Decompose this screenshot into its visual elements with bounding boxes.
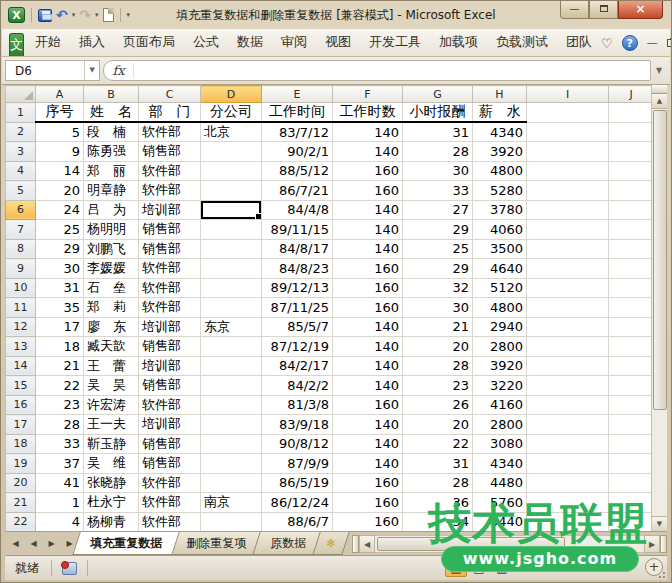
cell-C5[interactable]: 软件部 — [139, 181, 201, 201]
cell-C6[interactable]: 培训部 — [139, 200, 201, 220]
scroll-down-icon[interactable]: ▼ — [652, 516, 667, 531]
cell-H4[interactable]: 4800 — [473, 161, 527, 181]
cell-B8[interactable]: 刘鹏飞 — [84, 239, 139, 259]
column-header-J[interactable]: J — [609, 86, 654, 103]
ribbon-tab[interactable]: 插入 — [70, 29, 114, 56]
cell-C13[interactable]: 销售部 — [139, 337, 201, 357]
column-header-A[interactable]: A — [36, 86, 84, 103]
grid-cell[interactable] — [609, 434, 654, 454]
cell-G11[interactable]: 30 — [403, 298, 473, 318]
cell-E8[interactable]: 84/8/17 — [262, 239, 333, 259]
cell-D5[interactable] — [201, 181, 262, 201]
vertical-scrollbar[interactable]: ▲ ▼ — [651, 85, 667, 531]
cell-D8[interactable] — [201, 239, 262, 259]
cell-A15[interactable]: 22 — [36, 376, 84, 396]
scroll-right-icon[interactable]: ▶ — [644, 535, 660, 553]
cell-F9[interactable]: 160 — [333, 259, 403, 279]
cell-C12[interactable]: 培训部 — [139, 317, 201, 337]
grid-cell[interactable] — [609, 181, 654, 201]
cell-H10[interactable]: 5120 — [473, 278, 527, 298]
cell-C22[interactable]: 软件部 — [139, 512, 201, 531]
cell-A10[interactable]: 31 — [36, 278, 84, 298]
cell-C10[interactable]: 软件部 — [139, 278, 201, 298]
cell-H6[interactable]: 3780 — [473, 200, 527, 220]
row-header-7[interactable]: 7 — [6, 220, 36, 240]
cell-D3[interactable] — [201, 142, 262, 162]
cell-D18[interactable] — [201, 434, 262, 454]
grid-cell[interactable] — [527, 298, 609, 318]
minimize-button[interactable]: — — [560, 1, 589, 19]
row-header-8[interactable]: 8 — [6, 239, 36, 259]
cell-H21[interactable]: 5760 — [473, 493, 527, 513]
grid-cell[interactable] — [609, 356, 654, 376]
cell-A16[interactable]: 23 — [36, 395, 84, 415]
grid-cell[interactable] — [609, 259, 654, 279]
cell-E15[interactable]: 84/2/2 — [262, 376, 333, 396]
row-header-2[interactable]: 2 — [6, 122, 36, 142]
grid-cell[interactable] — [609, 512, 654, 531]
cell-A2[interactable]: 5 — [36, 122, 84, 142]
cell-G14[interactable]: 28 — [403, 356, 473, 376]
grid-cell[interactable] — [527, 103, 609, 123]
cell-B14[interactable]: 王 蕾 — [84, 356, 139, 376]
row-header-18[interactable]: 18 — [6, 434, 36, 454]
row-header-5[interactable]: 5 — [6, 181, 36, 201]
cell-G18[interactable]: 22 — [403, 434, 473, 454]
cell-G17[interactable]: 20 — [403, 415, 473, 435]
cell-F12[interactable]: 140 — [333, 317, 403, 337]
ribbon-tab[interactable]: 团队 — [557, 29, 601, 56]
cell-D21[interactable]: 南京 — [201, 493, 262, 513]
cell-D12[interactable]: 东京 — [201, 317, 262, 337]
cell-G4[interactable]: 30 — [403, 161, 473, 181]
grid-cell[interactable] — [527, 122, 609, 142]
normal-view-icon[interactable]: ▦ — [445, 559, 467, 577]
first-sheet-icon[interactable]: ◀ — [7, 535, 24, 553]
cell-C17[interactable]: 培训部 — [139, 415, 201, 435]
insert-function-icon[interactable]: fx — [104, 63, 134, 78]
tab-split-handle[interactable] — [352, 535, 359, 553]
ribbon-tab[interactable]: 开始 — [26, 29, 70, 56]
cell-H18[interactable]: 3080 — [473, 434, 527, 454]
ribbon-tab[interactable]: 视图 — [316, 29, 360, 56]
cell-F14[interactable]: 140 — [333, 356, 403, 376]
cell-G6[interactable]: 27 — [403, 200, 473, 220]
cell-A6[interactable]: 24 — [36, 200, 84, 220]
cell-H8[interactable]: 3500 — [473, 239, 527, 259]
cell-B7[interactable]: 杨明明 — [84, 220, 139, 240]
grid-cell[interactable] — [609, 376, 654, 396]
cell-C7[interactable]: 销售部 — [139, 220, 201, 240]
grid-cell[interactable] — [527, 395, 609, 415]
cell-B10[interactable]: 石 垒 — [84, 278, 139, 298]
cell-B11[interactable]: 郑 莉 — [84, 298, 139, 318]
grid-cell[interactable] — [527, 415, 609, 435]
grid-cell[interactable] — [527, 454, 609, 474]
workbook-minimize-icon[interactable]: — — [647, 37, 658, 49]
cell-B2[interactable]: 段 楠 — [84, 122, 139, 142]
grid-cell[interactable] — [609, 142, 654, 162]
header-cell-A1[interactable]: 序号 — [36, 103, 84, 123]
cell-G2[interactable]: 31 — [403, 122, 473, 142]
cell-A11[interactable]: 35 — [36, 298, 84, 318]
cell-F17[interactable]: 140 — [333, 415, 403, 435]
grid-cell[interactable] — [527, 142, 609, 162]
cell-E21[interactable]: 86/12/24 — [262, 493, 333, 513]
horizontal-scroll-track[interactable] — [375, 535, 644, 553]
cell-G21[interactable]: 36 — [403, 493, 473, 513]
row-header-9[interactable]: 9 — [6, 259, 36, 279]
cell-E22[interactable]: 88/6/7 — [262, 512, 333, 531]
cell-A3[interactable]: 9 — [36, 142, 84, 162]
cell-E12[interactable]: 85/5/7 — [262, 317, 333, 337]
cell-H9[interactable]: 4640 — [473, 259, 527, 279]
cell-H22[interactable]: 5440 — [473, 512, 527, 531]
cell-F7[interactable]: 140 — [333, 220, 403, 240]
cell-H5[interactable]: 5280 — [473, 181, 527, 201]
cell-H14[interactable]: 3920 — [473, 356, 527, 376]
cell-B21[interactable]: 杜永宁 — [84, 493, 139, 513]
row-header-12[interactable]: 12 — [6, 317, 36, 337]
horizontal-scroll-thumb[interactable] — [377, 537, 565, 551]
cell-B5[interactable]: 明章静 — [84, 181, 139, 201]
grid-cell[interactable] — [609, 220, 654, 240]
cell-G20[interactable]: 28 — [403, 473, 473, 493]
cell-E5[interactable]: 86/7/21 — [262, 181, 333, 201]
cell-E2[interactable]: 83/7/12 — [262, 122, 333, 142]
